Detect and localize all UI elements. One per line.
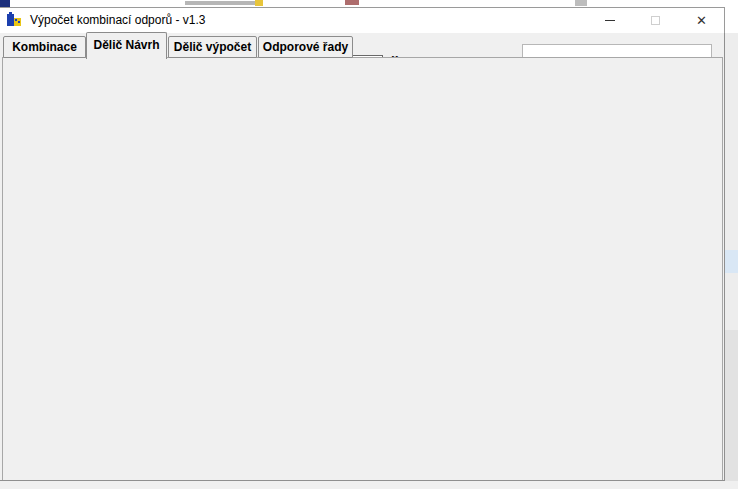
background-window-fragment (725, 0, 738, 33)
window-title: Výpočet kombinací odporů - v1.3 (30, 8, 205, 33)
maximize-icon (651, 16, 660, 25)
background-window-fragment (725, 330, 738, 489)
background-window-fragment (575, 0, 587, 6)
application-window: Výpočet kombinací odporů - v1.3 ✕ Kombin… (0, 0, 738, 489)
background-window-fragment (255, 0, 263, 6)
background-area-bottom (0, 481, 738, 489)
background-window-fragment (345, 0, 359, 5)
app-icon (7, 12, 23, 28)
tab-delic-navrh[interactable]: Dělič Návrh (86, 32, 167, 59)
close-icon: ✕ (696, 13, 707, 28)
minimize-icon (605, 20, 615, 21)
background-window-fragment (0, 0, 10, 7)
titlebar: Výpočet kombinací odporů - v1.3 ✕ (0, 7, 725, 33)
minimize-button[interactable] (587, 8, 632, 33)
tab-odporove-rady[interactable]: Odporové řady (258, 36, 353, 58)
maximize-button (633, 8, 678, 33)
background-area-right (725, 0, 738, 489)
background-area-top (0, 0, 738, 7)
tab-page-panel (2, 57, 723, 480)
close-button[interactable]: ✕ (679, 8, 724, 33)
background-window-fragment (725, 250, 738, 273)
background-window-fragment (185, 1, 260, 5)
tab-kombinace[interactable]: Kombinace (3, 36, 86, 58)
tab-delic-vypocet[interactable]: Dělič výpočet (168, 36, 257, 58)
